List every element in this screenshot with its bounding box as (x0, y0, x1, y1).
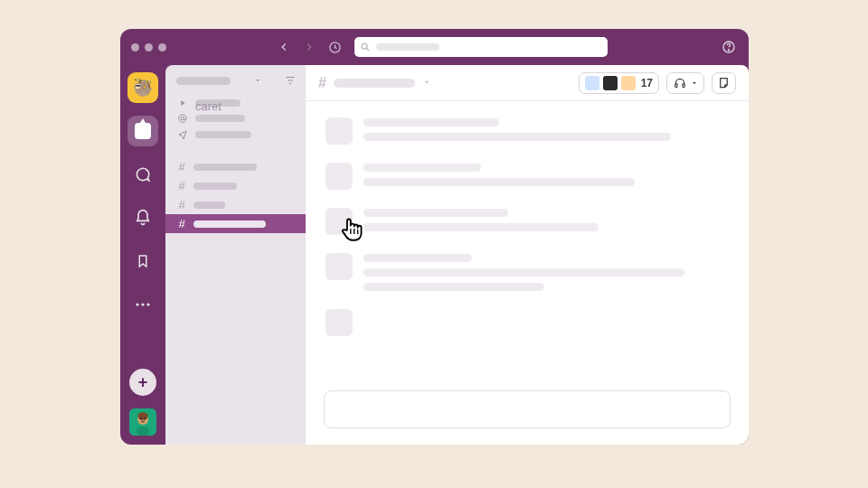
hash-icon: # (176, 217, 187, 230)
rail-bookmarks[interactable] (127, 246, 158, 277)
svg-rect-14 (675, 83, 677, 87)
rail-more[interactable] (127, 289, 158, 320)
bell-icon (134, 209, 152, 227)
history-button[interactable] (326, 38, 344, 56)
channel-name (193, 221, 266, 228)
plus-icon: + (138, 373, 148, 392)
sidebar-item-label: caret (195, 99, 241, 107)
hash-icon: # (176, 160, 187, 174)
message[interactable] (326, 117, 729, 145)
svg-rect-15 (683, 83, 684, 87)
channel-title[interactable] (334, 79, 415, 88)
search-placeholder (376, 43, 439, 51)
member-avatar-icon (603, 76, 618, 90)
svg-point-3 (728, 50, 729, 51)
chevron-down-icon (254, 77, 261, 84)
huddle-button[interactable] (666, 72, 704, 94)
svg-rect-10 (137, 427, 149, 436)
message-avatar (326, 163, 353, 190)
minimize-dot-icon[interactable] (145, 43, 153, 52)
svg-point-1 (362, 43, 367, 49)
workspace-switcher[interactable]: 🦥 (127, 72, 158, 103)
hash-icon: # (318, 75, 326, 91)
main-pane: # 17 (306, 65, 749, 445)
member-count: 17 (641, 77, 653, 89)
message-avatar (326, 208, 353, 235)
channel-item-selected[interactable]: # (165, 214, 306, 233)
rail-dms[interactable] (127, 159, 158, 190)
workspace-menu[interactable] (165, 70, 306, 96)
workspace-name (176, 77, 231, 85)
svg-point-6 (146, 303, 149, 305)
message-avatar (326, 117, 353, 145)
mention-icon (176, 113, 189, 124)
channel-name (193, 183, 237, 190)
chevron-down-icon (691, 80, 698, 87)
chevron-down-icon[interactable] (422, 76, 431, 89)
channel-sidebar: caret # # # (165, 65, 306, 445)
app-window: 🦥 + (120, 29, 749, 445)
svg-point-13 (181, 117, 184, 120)
svg-point-11 (140, 418, 142, 419)
message[interactable] (326, 163, 729, 190)
help-button[interactable] (720, 38, 738, 56)
sidebar-item-label (195, 131, 251, 138)
search-input[interactable] (354, 37, 608, 57)
window-controls[interactable] (131, 43, 166, 52)
message[interactable] (326, 309, 729, 336)
canvas-button[interactable] (712, 72, 736, 94)
zoom-dot-icon[interactable] (158, 43, 166, 52)
create-button[interactable]: + (129, 369, 156, 396)
channel-item[interactable]: # (165, 176, 306, 195)
more-icon (135, 302, 151, 307)
sidebar-item-drafts[interactable] (165, 127, 306, 143)
member-avatar-icon (585, 76, 599, 90)
message-list[interactable] (306, 101, 749, 385)
message[interactable] (326, 208, 729, 235)
forward-button[interactable] (300, 38, 318, 56)
message[interactable] (326, 253, 729, 291)
back-button[interactable] (275, 38, 293, 56)
channel-item[interactable]: # (165, 157, 306, 176)
workspace-icon: 🦥 (133, 78, 153, 98)
members-button[interactable]: 17 (579, 72, 659, 94)
message-avatar (326, 253, 353, 280)
svg-point-12 (145, 418, 146, 419)
note-icon (717, 76, 731, 89)
send-icon (176, 129, 189, 140)
rail-home[interactable] (127, 116, 158, 146)
sidebar-item-mentions[interactable] (165, 110, 306, 127)
home-icon (135, 123, 151, 139)
svg-point-4 (136, 303, 138, 305)
titlebar (120, 29, 749, 65)
filter-icon[interactable] (284, 74, 297, 87)
caret-icon (176, 99, 189, 108)
channel-name (193, 164, 257, 171)
message-composer[interactable] (324, 390, 731, 428)
message-avatar (326, 309, 353, 336)
member-avatar-icon (621, 76, 636, 90)
sidebar-item-label (195, 115, 245, 122)
close-dot-icon[interactable] (131, 43, 139, 52)
chat-icon (134, 165, 152, 183)
hash-icon: # (176, 198, 187, 211)
headphones-icon (673, 77, 687, 89)
hash-icon: # (176, 179, 187, 192)
channel-header: # 17 (306, 65, 749, 101)
channel-name (193, 202, 225, 209)
sidebar-item-threads[interactable]: caret (165, 96, 306, 110)
avatar-icon (129, 408, 156, 436)
channel-item[interactable]: # (165, 195, 306, 214)
user-avatar[interactable] (129, 408, 156, 436)
svg-point-5 (141, 303, 144, 305)
bookmark-icon (135, 252, 151, 270)
nav-rail: 🦥 + (120, 65, 165, 445)
rail-activity[interactable] (127, 202, 158, 233)
